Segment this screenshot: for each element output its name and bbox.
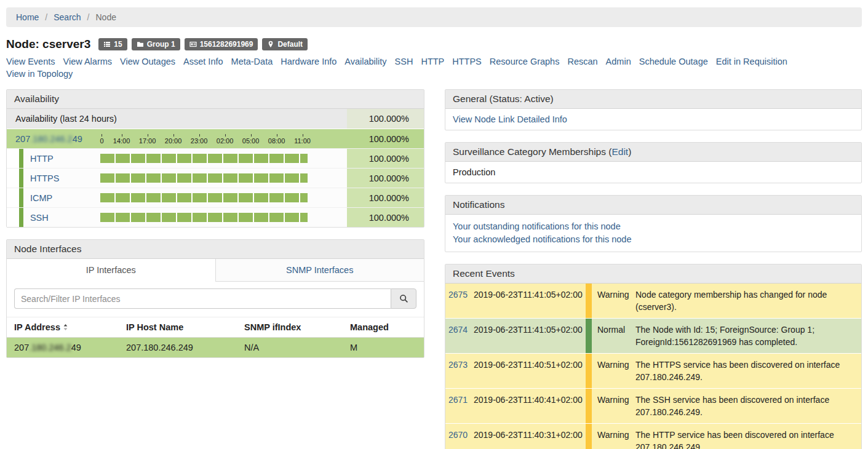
surveillance-category: Production [445, 162, 861, 183]
event-row: 2671 2019-06-23T11:40:41+02:00 Warning T… [445, 389, 861, 424]
foreign-id-badge-label: 1561282691969 [200, 41, 253, 48]
ip-interface-table-row[interactable]: 207.180.246.249 207.180.246.249 N/A M [7, 338, 424, 358]
event-message: The HTTPS service has been discovered on… [630, 354, 861, 388]
axis-tick: 02:00 [212, 133, 238, 145]
availability-bar-http [100, 154, 308, 163]
availability-indent-strip [19, 208, 23, 227]
link-availability[interactable]: Availability [344, 57, 386, 66]
service-link-https[interactable]: HTTPS [30, 173, 60, 183]
ip-interfaces-search-input[interactable] [14, 288, 391, 309]
link-edit-in-requisition[interactable]: Edit in Requisition [716, 57, 787, 66]
event-time: 2019-06-23T11:40:41+02:00 [474, 389, 586, 423]
event-row: 2674 2019-06-23T11:41:05+02:00 Normal Th… [445, 319, 861, 354]
foreign-id-badge: 1561282691969 [185, 38, 258, 50]
list-icon [103, 41, 111, 48]
event-time: 2019-06-23T11:40:51+02:00 [474, 354, 586, 388]
event-severity: Normal [592, 319, 630, 353]
ip-interfaces-table: IP Address IP Host Name SNMP ifIndex Man… [7, 317, 424, 357]
availability-service-row-icmp: ICMP 100.000% [7, 188, 424, 207]
link-meta-data[interactable]: Meta-Data [231, 57, 273, 66]
service-link-ssh[interactable]: SSH [30, 213, 49, 223]
interfaces-search-row [7, 282, 424, 317]
severity-indicator [586, 424, 592, 449]
outstanding-notifications-link[interactable]: Your outstanding notifications for this … [453, 220, 854, 233]
notifications-panel-title: Notifications [445, 196, 861, 215]
availability-indent-strip [19, 188, 23, 207]
link-view-outages[interactable]: View Outages [120, 57, 175, 66]
link-view-alarms[interactable]: View Alarms [63, 57, 113, 66]
link-admin[interactable]: Admin [606, 57, 631, 66]
node-link-detailed-info-link[interactable]: View Node Link Detailed Info [453, 114, 567, 124]
node-interfaces-panel-title: Node Interfaces [7, 240, 424, 259]
breadcrumb-search-link[interactable]: Search [54, 12, 81, 22]
page-title: Node: cserver3 [6, 38, 90, 51]
tab-ip-interfaces[interactable]: IP Interfaces [7, 259, 216, 282]
column-header-managed: Managed [343, 317, 424, 338]
location-badge: Default [262, 38, 308, 50]
search-button[interactable] [391, 288, 416, 309]
axis-tick: 0 [100, 133, 109, 145]
interfaces-tabs: IP Interfaces SNMP Interfaces [7, 259, 424, 282]
event-severity: Warning [592, 284, 630, 318]
node-id-badge-label: 15 [114, 41, 122, 48]
event-severity: Warning [592, 389, 630, 423]
link-view-in-topology[interactable]: View in Topology [6, 69, 73, 79]
node-detail-page: Home / Search / Node Node: cserver3 15 G… [0, 0, 868, 449]
availability-indent-strip [19, 149, 23, 168]
search-icon [399, 294, 408, 303]
event-message: The Node with Id: 15; ForeignSource: Gro… [630, 319, 861, 353]
availability-value-https: 100.000% [347, 169, 424, 188]
event-id-link[interactable]: 2674 [445, 319, 474, 353]
foreign-source-badge-label: Group 1 [147, 41, 175, 48]
foreign-source-badge: Group 1 [132, 38, 180, 50]
recent-events-panel-title: Recent Events [445, 264, 861, 284]
event-id-link[interactable]: 2675 [445, 284, 474, 318]
link-schedule-outage[interactable]: Schedule Outage [639, 57, 708, 66]
edit-categories-link[interactable]: Edit [611, 146, 628, 157]
id-card-icon [189, 41, 197, 48]
cell-ip-address: 207.180.246.249 [7, 338, 119, 358]
severity-indicator [586, 389, 592, 423]
event-message: The SSH service has been discovered on i… [630, 389, 861, 423]
severity-indicator [586, 284, 592, 318]
event-severity: Warning [592, 354, 630, 388]
node-header: Node: cserver3 15 Group 1 1561282691969 … [6, 38, 862, 51]
tab-snmp-interfaces[interactable]: SNMP Interfaces [216, 259, 424, 282]
link-resource-graphs[interactable]: Resource Graphs [490, 57, 560, 66]
general-panel: General (Status: Active) View Node Link … [445, 89, 862, 130]
availability-value-icmp: 100.000% [347, 188, 424, 207]
breadcrumb-home-link[interactable]: Home [16, 12, 39, 22]
event-id-link[interactable]: 2671 [445, 389, 474, 423]
availability-bar-https [100, 173, 308, 183]
link-ssh[interactable]: SSH [395, 57, 413, 66]
severity-indicator [586, 319, 592, 353]
availability-panel-title: Availability [7, 90, 424, 109]
acknowledged-notifications-link[interactable]: Your acknowledged notifications for this… [453, 233, 854, 246]
severity-indicator [586, 354, 592, 388]
availability-service-row-https: HTTPS 100.000% [7, 168, 424, 188]
availability-bar-ssh [100, 213, 308, 222]
service-link-icmp[interactable]: ICMP [30, 193, 52, 203]
service-link-http[interactable]: HTTP [30, 154, 54, 164]
node-interfaces-panel: Node Interfaces IP Interfaces SNMP Inter… [6, 239, 424, 358]
availability-overall-value: 100.000% [347, 109, 424, 129]
folder-icon [137, 41, 144, 48]
event-id-link[interactable]: 2673 [445, 354, 474, 388]
event-id-link[interactable]: 2670 [445, 424, 474, 449]
availability-time-axis: 0 14:00 17:00 20:00 23:00 02:00 05:00 08… [100, 129, 348, 148]
sort-icon[interactable] [62, 324, 69, 331]
surveillance-panel-title: Surveillance Category Memberships (Edit) [445, 143, 861, 162]
link-view-events[interactable]: View Events [6, 57, 55, 66]
availability-bar-icmp [100, 193, 308, 202]
link-https[interactable]: HTTPS [452, 57, 482, 66]
cell-ip-host-name: 207.180.246.249 [119, 338, 237, 358]
link-hardware-info[interactable]: Hardware Info [281, 57, 336, 66]
event-row: 2675 2019-06-23T11:41:05+02:00 Warning N… [445, 284, 861, 319]
link-asset-info[interactable]: Asset Info [183, 57, 223, 66]
availability-overall-row: Availability (last 24 hours) 100.000% [7, 109, 424, 129]
link-http[interactable]: HTTP [421, 57, 444, 66]
availability-service-row-http: HTTP 100.000% [7, 148, 424, 168]
ip-interface-link[interactable]: 207.180.246.249 [15, 134, 82, 144]
axis-tick: 17:00 [135, 133, 161, 145]
link-rescan[interactable]: Rescan [567, 57, 597, 66]
